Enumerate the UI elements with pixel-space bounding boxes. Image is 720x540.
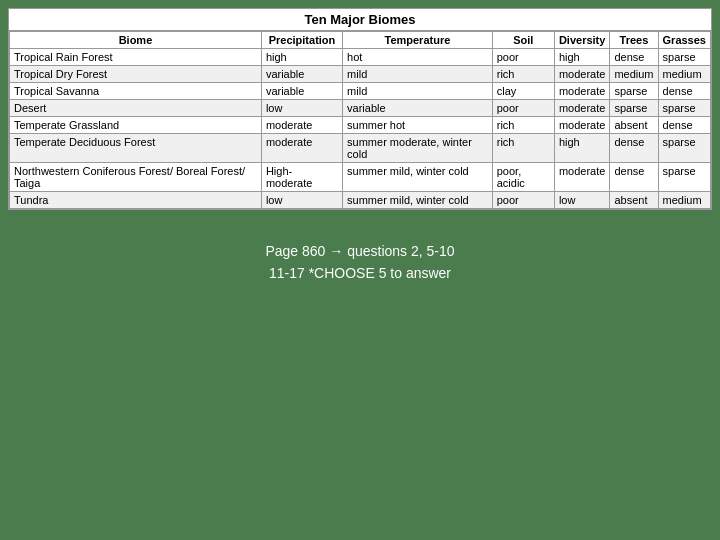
cell-biome: Temperate Deciduous Forest — [10, 134, 262, 163]
column-header-soil: Soil — [492, 32, 554, 49]
cell-grasses: dense — [658, 117, 710, 134]
cell-trees: absent — [610, 192, 658, 209]
cell-temperature: summer moderate, winter cold — [343, 134, 493, 163]
cell-trees: sparse — [610, 100, 658, 117]
cell-trees: medium — [610, 66, 658, 83]
cell-grasses: sparse — [658, 134, 710, 163]
cell-trees: dense — [610, 49, 658, 66]
table-row: Tundralowsummer mild, winter coldpoorlow… — [10, 192, 711, 209]
cell-soil: poor — [492, 192, 554, 209]
table-row: Tropical Savannavariablemildclaymoderate… — [10, 83, 711, 100]
column-header-temperature: Temperature — [343, 32, 493, 49]
cell-temperature: mild — [343, 83, 493, 100]
footer-text: Page 860 → questions 2, 5-10 11-17 *CHOO… — [8, 240, 712, 285]
table-title: Ten Major Biomes — [9, 9, 711, 31]
cell-biome: Tropical Dry Forest — [10, 66, 262, 83]
column-header-grasses: Grasses — [658, 32, 710, 49]
cell-precipitation: low — [261, 100, 342, 117]
cell-trees: dense — [610, 163, 658, 192]
cell-soil: rich — [492, 66, 554, 83]
cell-temperature: mild — [343, 66, 493, 83]
table-row: Temperate Deciduous Forestmoderatesummer… — [10, 134, 711, 163]
cell-biome: Desert — [10, 100, 262, 117]
cell-precipitation: low — [261, 192, 342, 209]
cell-biome: Temperate Grassland — [10, 117, 262, 134]
cell-soil: clay — [492, 83, 554, 100]
cell-precipitation: variable — [261, 83, 342, 100]
cell-temperature: variable — [343, 100, 493, 117]
cell-biome: Tropical Rain Forest — [10, 49, 262, 66]
cell-precipitation: High-moderate — [261, 163, 342, 192]
cell-grasses: dense — [658, 83, 710, 100]
table-row: Tropical Dry Forestvariablemildrichmoder… — [10, 66, 711, 83]
cell-diversity: low — [554, 192, 609, 209]
cell-grasses: sparse — [658, 100, 710, 117]
column-header-trees: Trees — [610, 32, 658, 49]
cell-grasses: medium — [658, 192, 710, 209]
table-container: Ten Major Biomes BiomePrecipitationTempe… — [8, 8, 712, 210]
cell-diversity: high — [554, 134, 609, 163]
table-row: Temperate Grasslandmoderatesummer hotric… — [10, 117, 711, 134]
page-wrapper: Ten Major Biomes BiomePrecipitationTempe… — [0, 0, 720, 540]
footer-line2: 11-17 *CHOOSE 5 to answer — [8, 262, 712, 284]
table-header-row: BiomePrecipitationTemperatureSoilDiversi… — [10, 32, 711, 49]
table-row: Desertlowvariablepoormoderatesparsespars… — [10, 100, 711, 117]
table-row: Tropical Rain Foresthighhotpoorhighdense… — [10, 49, 711, 66]
cell-trees: dense — [610, 134, 658, 163]
biomes-table: BiomePrecipitationTemperatureSoilDiversi… — [9, 31, 711, 209]
cell-trees: sparse — [610, 83, 658, 100]
table-body: Tropical Rain Foresthighhotpoorhighdense… — [10, 49, 711, 209]
cell-soil: rich — [492, 134, 554, 163]
cell-soil: poor — [492, 49, 554, 66]
cell-diversity: moderate — [554, 117, 609, 134]
cell-diversity: moderate — [554, 100, 609, 117]
cell-temperature: summer mild, winter cold — [343, 192, 493, 209]
cell-temperature: summer hot — [343, 117, 493, 134]
cell-grasses: sparse — [658, 163, 710, 192]
cell-biome: Northwestern Coniferous Forest/ Boreal F… — [10, 163, 262, 192]
cell-soil: poor, acidic — [492, 163, 554, 192]
cell-temperature: hot — [343, 49, 493, 66]
cell-temperature: summer mild, winter cold — [343, 163, 493, 192]
cell-precipitation: variable — [261, 66, 342, 83]
cell-grasses: sparse — [658, 49, 710, 66]
cell-diversity: high — [554, 49, 609, 66]
cell-precipitation: high — [261, 49, 342, 66]
column-header-precipitation: Precipitation — [261, 32, 342, 49]
column-header-biome: Biome — [10, 32, 262, 49]
column-header-diversity: Diversity — [554, 32, 609, 49]
cell-soil: poor — [492, 100, 554, 117]
cell-precipitation: moderate — [261, 117, 342, 134]
cell-diversity: moderate — [554, 66, 609, 83]
cell-trees: absent — [610, 117, 658, 134]
cell-diversity: moderate — [554, 83, 609, 100]
cell-diversity: moderate — [554, 163, 609, 192]
cell-precipitation: moderate — [261, 134, 342, 163]
cell-grasses: medium — [658, 66, 710, 83]
footer-line1: Page 860 → questions 2, 5-10 — [8, 240, 712, 262]
cell-soil: rich — [492, 117, 554, 134]
cell-biome: Tropical Savanna — [10, 83, 262, 100]
cell-biome: Tundra — [10, 192, 262, 209]
table-row: Northwestern Coniferous Forest/ Boreal F… — [10, 163, 711, 192]
